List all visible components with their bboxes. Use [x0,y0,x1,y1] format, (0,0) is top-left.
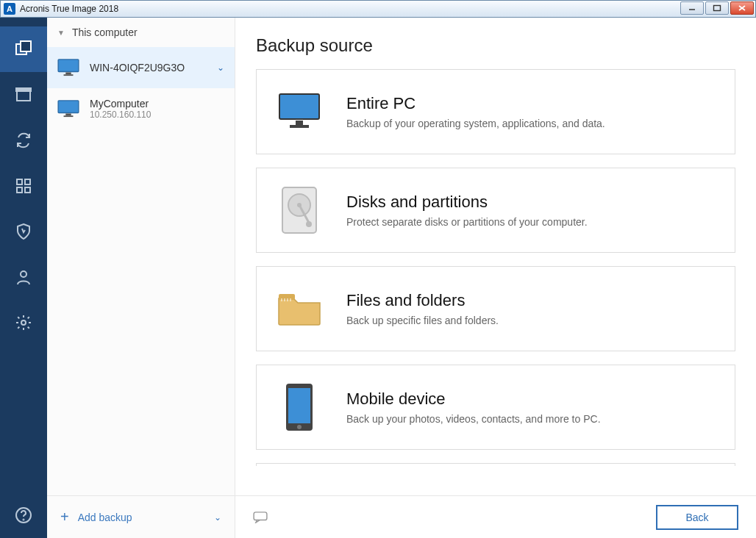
computer-name: WIN-4OIQF2U9G3O [90,62,207,73]
side-header[interactable]: ▼ This computer [47,18,235,47]
nav-help[interactable] [0,492,47,538]
svg-rect-10 [17,187,22,193]
minimize-button[interactable] [680,1,704,15]
svg-point-12 [21,271,26,277]
svg-rect-18 [64,74,74,76]
nav-backup[interactable] [0,26,47,72]
svg-rect-23 [296,121,303,125]
option-mobile-device[interactable]: Mobile device Back up your photos, video… [256,365,735,450]
svg-rect-21 [64,115,74,117]
back-button[interactable]: Back [656,505,738,530]
hdd-icon [277,184,321,236]
option-files-folders[interactable]: Files and folders Back up specific files… [256,266,735,351]
computer-ip: 10.250.160.110 [90,110,151,120]
svg-rect-8 [17,179,22,184]
option-disks-partitions[interactable]: Disks and partitions Protect separate di… [256,168,735,253]
monitor-icon [57,59,79,76]
main-content: Backup source Entire PC Backup of your o… [235,18,756,538]
back-button-label: Back [685,512,708,523]
svg-rect-11 [25,187,30,193]
svg-rect-5 [21,41,31,51]
add-backup-button[interactable]: + Add backup ⌄ [47,495,235,538]
option-title: Entire PC [346,94,605,113]
nav-account[interactable] [0,254,47,300]
computer-name: MyComputer [90,98,151,110]
svg-point-29 [306,221,312,227]
svg-rect-1 [714,6,721,11]
collapse-icon: ▼ [57,29,65,37]
nav-protection[interactable] [0,209,47,254]
nav-rail [0,18,47,538]
folder-icon [277,283,321,334]
window-controls [680,1,755,17]
svg-rect-36 [288,388,310,423]
svg-rect-20 [65,113,71,115]
svg-rect-24 [290,125,309,128]
svg-point-13 [21,320,26,325]
main-footer: Back [235,495,756,538]
option-title: Files and folders [346,291,499,310]
nav-dashboard[interactable] [0,163,47,209]
plus-icon: + [60,509,69,526]
nav-archive[interactable] [0,72,47,118]
svg-point-37 [297,425,302,429]
monitor-icon [277,86,321,137]
svg-rect-17 [65,72,71,74]
svg-rect-30 [279,294,295,300]
svg-rect-22 [279,94,319,119]
phone-icon [277,381,321,433]
computer-item[interactable]: MyComputer 10.250.160.110 [47,88,235,129]
close-button[interactable] [730,1,754,15]
option-entire-pc[interactable]: Entire PC Backup of your operating syste… [256,69,735,154]
nav-settings[interactable] [0,300,47,345]
option-partial-next [256,463,735,466]
svg-point-15 [24,520,24,520]
window-titlebar: A Acronis True Image 2018 [0,0,756,18]
option-title: Mobile device [346,390,601,409]
side-header-label: This computer [72,26,138,38]
svg-rect-9 [25,179,30,184]
option-desc: Back up specific files and folders. [346,315,499,326]
nav-sync[interactable] [0,118,47,163]
add-backup-label: Add backup [78,512,132,523]
monitor-icon [57,100,79,118]
backup-source-options: Entire PC Backup of your operating syste… [235,69,756,495]
svg-rect-19 [58,101,79,113]
chat-icon[interactable] [253,512,268,523]
maximize-button[interactable] [705,1,729,15]
app-icon: A [4,3,15,15]
option-desc: Back up your photos, videos, contacts, a… [346,413,601,425]
page-title: Backup source [235,18,756,69]
computer-item-selected[interactable]: WIN-4OIQF2U9G3O ⌄ [47,47,235,88]
svg-rect-16 [58,60,79,72]
chevron-down-icon: ⌄ [217,62,224,73]
option-desc: Protect separate disks or partitions of … [346,216,588,228]
option-title: Disks and partitions [346,193,588,212]
chevron-down-icon: ⌄ [214,512,221,523]
option-desc: Backup of your operating system, applica… [346,118,605,129]
svg-rect-38 [254,512,267,520]
side-panel: ▼ This computer WIN-4OIQF2U9G3O ⌄ MyComp… [47,18,235,538]
window-title: Acronis True Image 2018 [20,4,680,14]
